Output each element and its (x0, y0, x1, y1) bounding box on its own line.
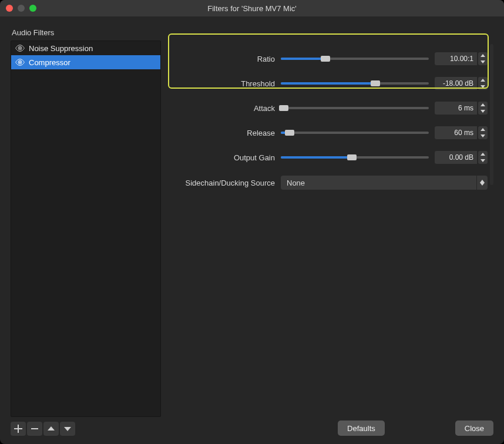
compressor-controls: Ratio 10.00:1 (172, 41, 488, 193)
titlebar: Filters for 'Shure MV7 Mic' (0, 0, 504, 16)
filter-name: Compressor (29, 58, 70, 67)
svg-rect-2 (31, 428, 38, 429)
chevron-down-icon (478, 157, 488, 164)
ratio-row: Ratio 10.00:1 (172, 46, 488, 71)
chevron-up-icon (478, 52, 488, 59)
add-filter-button[interactable] (11, 422, 26, 436)
properties-panel: Ratio 10.00:1 (172, 41, 493, 436)
release-label: Release (172, 129, 281, 137)
ratio-slider[interactable] (281, 54, 429, 63)
chevron-up-icon (478, 151, 488, 157)
output-gain-value[interactable]: 0.00 dB (435, 151, 477, 164)
filter-row-compressor[interactable]: Compressor (11, 55, 160, 69)
release-stepper[interactable] (478, 126, 488, 139)
chevron-down-icon (478, 59, 488, 65)
output-gain-label: Output Gain (172, 153, 281, 162)
attack-label: Attack (172, 104, 281, 113)
sidechain-row: Sidechain/Ducking Source None (172, 172, 488, 193)
svg-point-1 (19, 62, 21, 63)
filter-list-buttons (11, 422, 161, 436)
visibility-icon[interactable] (15, 44, 25, 52)
close-window-icon[interactable] (6, 5, 13, 12)
release-row: Release 60 ms (172, 120, 488, 145)
attack-stepper[interactable] (478, 102, 488, 115)
attack-value[interactable]: 6 ms (435, 102, 477, 115)
chevron-down-icon (478, 83, 488, 90)
threshold-label: Threshold (172, 79, 281, 88)
move-down-button[interactable] (60, 422, 75, 436)
vertical-scrollbar[interactable] (490, 44, 493, 185)
chevron-down-icon (478, 108, 488, 115)
release-value[interactable]: 60 ms (435, 126, 477, 139)
filters-window: Filters for 'Shure MV7 Mic' Audio Filter… (0, 0, 504, 444)
close-button[interactable]: Close (455, 421, 493, 436)
defaults-button[interactable]: Defaults (338, 421, 385, 436)
filter-list[interactable]: Noise Suppression Compressor (11, 41, 161, 417)
ratio-label: Ratio (172, 55, 281, 63)
chevron-up-icon (478, 102, 488, 108)
ratio-stepper[interactable] (478, 52, 488, 65)
sidechain-label: Sidechain/Ducking Source (172, 179, 281, 187)
svg-point-0 (19, 48, 21, 49)
ratio-value[interactable]: 10.00:1 (435, 52, 477, 65)
window-body: Audio Filters Noise Suppression Compre (0, 16, 504, 444)
filter-row-noise-suppression[interactable]: Noise Suppression (11, 41, 160, 55)
move-up-button[interactable] (43, 422, 59, 436)
minimize-window-icon[interactable] (18, 5, 25, 12)
remove-filter-button[interactable] (27, 422, 42, 436)
sidechain-value: None (287, 179, 305, 187)
filter-name: Noise Suppression (29, 44, 93, 53)
audio-filters-label: Audio Filters (12, 28, 493, 37)
chevron-up-icon (478, 126, 488, 133)
threshold-stepper[interactable] (478, 77, 488, 90)
chevron-down-icon (480, 183, 485, 186)
columns: Noise Suppression Compressor (11, 41, 493, 436)
zoom-window-icon[interactable] (29, 5, 36, 12)
attack-row: Attack 6 ms (172, 96, 488, 120)
threshold-row: Threshold -18.00 dB (172, 71, 488, 96)
release-slider[interactable] (281, 128, 429, 137)
chevron-up-icon (478, 77, 488, 83)
attack-slider[interactable] (281, 103, 429, 113)
threshold-value[interactable]: -18.00 dB (435, 77, 477, 90)
sidechain-select[interactable]: None (281, 176, 476, 190)
footer: Defaults Close (172, 415, 493, 436)
window-controls (6, 5, 36, 12)
output-gain-row: Output Gain 0.00 dB (172, 145, 488, 170)
window-title: Filters for 'Shure MV7 Mic' (0, 4, 504, 13)
visibility-icon[interactable] (15, 58, 25, 66)
output-gain-stepper[interactable] (478, 151, 488, 164)
sidebar: Noise Suppression Compressor (11, 41, 161, 436)
sidechain-select-arrows[interactable] (477, 176, 488, 190)
chevron-down-icon (478, 133, 488, 139)
threshold-slider[interactable] (281, 79, 429, 88)
output-gain-slider[interactable] (281, 153, 429, 162)
